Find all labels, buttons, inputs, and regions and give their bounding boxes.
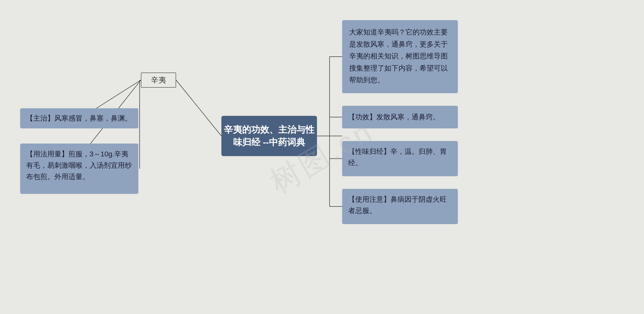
node-right-1-label: 大家知道辛夷吗？它的功效主要是发散风寒，通鼻窍，更多关于辛夷的相关知识，树图思维…	[349, 26, 451, 86]
node-xinyi-label: 辛夷	[151, 75, 166, 85]
node-right-1: 大家知道辛夷吗？它的功效主要是发散风寒，通鼻窍，更多关于辛夷的相关知识，树图思维…	[342, 20, 458, 93]
node-xinyi: 辛夷	[141, 73, 176, 88]
node-left-2: 【用法用量】煎服，3～10g.辛夷有毛，易刺激咽喉，入汤剂宜用纱布包煎。外用适量…	[20, 144, 138, 194]
node-right-4: 【使用注意】鼻病因于阴虚火旺者忌服。	[342, 189, 458, 224]
node-left-1: 【主治】风寒感冒，鼻塞，鼻渊。	[20, 108, 138, 128]
svg-line-0	[176, 80, 221, 136]
node-right-4-label: 【使用注意】鼻病因于阴虚火旺者忌服。	[348, 194, 452, 217]
central-node-label: 辛夷的功效、主治与性味归经 --中药词典	[221, 123, 317, 149]
node-right-3-label: 【性味归经】辛，温。归肺、胃经。	[348, 146, 452, 169]
node-right-2-label: 【功效】发散风寒，通鼻窍。	[348, 112, 440, 122]
node-right-2: 【功效】发散风寒，通鼻窍。	[342, 106, 458, 128]
node-left-2-label: 【用法用量】煎服，3～10g.辛夷有毛，易刺激咽喉，入汤剂宜用纱布包煎。外用适量…	[26, 149, 132, 182]
node-left-1-label: 【主治】风寒感冒，鼻塞，鼻渊。	[26, 114, 132, 123]
node-right-3: 【性味归经】辛，温。归肺、胃经。	[342, 141, 458, 176]
central-node: 辛夷的功效、主治与性味归经 --中药词典	[221, 116, 317, 156]
